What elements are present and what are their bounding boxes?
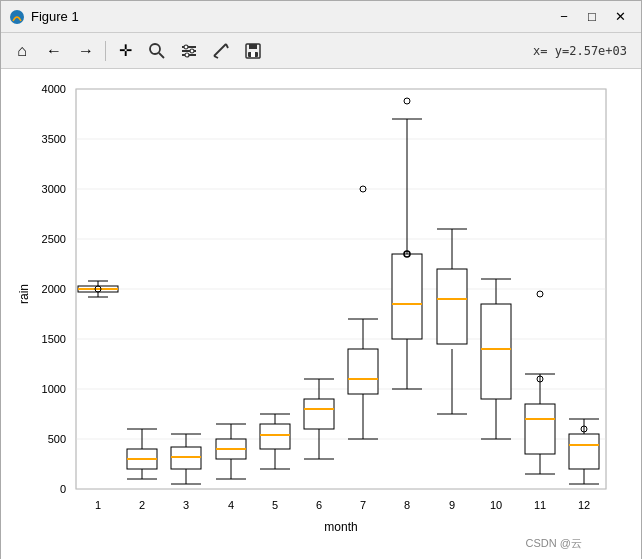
svg-text:8: 8 [404, 499, 410, 511]
svg-point-7 [190, 49, 194, 53]
title-bar-left: Figure 1 [9, 9, 79, 25]
svg-line-2 [159, 53, 164, 58]
svg-rect-78 [260, 424, 290, 449]
back-button[interactable]: ← [39, 37, 69, 65]
svg-point-8 [185, 53, 189, 57]
svg-rect-105 [437, 269, 467, 344]
home-button[interactable]: ⌂ [7, 37, 37, 65]
svg-text:1500: 1500 [42, 333, 66, 345]
watermark-text: CSDN @云 [526, 536, 582, 551]
svg-rect-90 [348, 349, 378, 394]
svg-text:11: 11 [534, 499, 546, 511]
svg-point-1 [150, 44, 160, 54]
minimize-button[interactable]: − [551, 6, 577, 28]
window-title: Figure 1 [31, 9, 79, 24]
save-icon [244, 42, 262, 60]
plot-container: 0 500 1000 1500 2000 2500 3000 3500 4000… [16, 79, 626, 559]
svg-text:2000: 2000 [42, 283, 66, 295]
watermark: CSDN @云 [526, 536, 582, 551]
svg-line-10 [214, 56, 218, 58]
edit-button[interactable] [206, 37, 236, 65]
toolbar: ⌂ ← → ✛ [1, 33, 641, 69]
plot-area: 0 500 1000 1500 2000 2500 3000 3500 4000… [1, 69, 641, 559]
svg-text:3500: 3500 [42, 133, 66, 145]
svg-text:7: 7 [360, 499, 366, 511]
svg-text:2500: 2500 [42, 233, 66, 245]
maximize-button[interactable]: □ [579, 6, 605, 28]
main-window: Figure 1 − □ ✕ ⌂ ← → ✛ [0, 0, 642, 559]
title-bar: Figure 1 − □ ✕ [1, 1, 641, 33]
svg-text:rain: rain [17, 284, 31, 304]
svg-text:3: 3 [183, 499, 189, 511]
svg-text:6: 6 [316, 499, 322, 511]
svg-text:0: 0 [60, 483, 66, 495]
svg-rect-12 [249, 44, 257, 49]
svg-text:10: 10 [490, 499, 502, 511]
svg-text:1: 1 [95, 499, 101, 511]
svg-text:5: 5 [272, 499, 278, 511]
edit-icon [212, 42, 230, 60]
title-bar-controls: − □ ✕ [551, 6, 633, 28]
svg-text:4000: 4000 [42, 83, 66, 95]
svg-text:500: 500 [48, 433, 66, 445]
svg-point-6 [184, 45, 188, 49]
pan-button[interactable]: ✛ [110, 37, 140, 65]
svg-text:4: 4 [228, 499, 234, 511]
chart-svg: 0 500 1000 1500 2000 2500 3000 3500 4000… [16, 79, 626, 549]
forward-button[interactable]: → [71, 37, 101, 65]
save-button[interactable] [238, 37, 268, 65]
toolbar-sep-1 [105, 41, 106, 61]
close-button[interactable]: ✕ [607, 6, 633, 28]
zoom-button[interactable] [142, 37, 172, 65]
svg-text:9: 9 [449, 499, 455, 511]
coord-display: x= y=2.57e+03 [533, 44, 635, 58]
svg-rect-111 [481, 304, 511, 399]
svg-text:1000: 1000 [42, 383, 66, 395]
svg-rect-125 [569, 434, 599, 469]
svg-text:month: month [324, 520, 357, 534]
svg-line-9 [226, 44, 228, 48]
configure-button[interactable] [174, 37, 204, 65]
configure-icon [180, 42, 198, 60]
svg-rect-97 [392, 254, 422, 339]
svg-rect-84 [304, 399, 334, 429]
svg-rect-117 [525, 404, 555, 454]
svg-text:12: 12 [578, 499, 590, 511]
svg-text:3000: 3000 [42, 183, 66, 195]
app-icon [9, 9, 25, 25]
zoom-icon [148, 42, 166, 60]
svg-text:2: 2 [139, 499, 145, 511]
svg-rect-14 [251, 52, 255, 57]
